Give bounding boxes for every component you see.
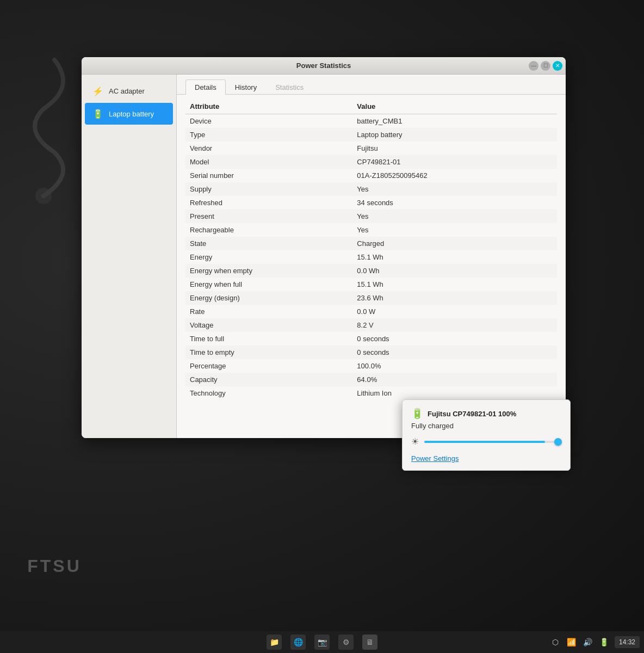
table-header-row: Attribute Value (185, 99, 557, 114)
table-row: Capacity64.0% (185, 373, 557, 386)
table-cell-value: 8.2 V (352, 318, 557, 332)
close-button[interactable]: ✕ (553, 61, 562, 71)
sidebar-item-ac-adapter[interactable]: ⚡ AC adapter (85, 80, 173, 102)
background-decoration (11, 54, 76, 207)
brightness-slider[interactable] (424, 441, 561, 443)
dock-icon-3[interactable]: 📷 (314, 634, 330, 650)
table-row: Percentage100.0% (185, 359, 557, 373)
table-cell-value: 0.0 Wh (352, 264, 557, 278)
table-row: Energy (design)23.6 Wh (185, 291, 557, 305)
dock-icon-1[interactable]: 📁 (267, 634, 282, 650)
dock-icons: 📁 🌐 📷 ⚙ 🖥 (267, 634, 377, 650)
details-table: Attribute Value Devicebattery_CMB1TypeLa… (185, 99, 557, 400)
table-cell-attribute: Model (185, 155, 352, 169)
table-row: Serial number01A-Z1805250095462 (185, 169, 557, 182)
battery-popup-icon: 🔋 (411, 408, 423, 420)
table-row: Devicebattery_CMB1 (185, 114, 557, 128)
col-header-value: Value (352, 99, 557, 114)
main-content: Details History Statistics Attribute Val… (177, 75, 566, 438)
table-cell-attribute: Present (185, 210, 352, 223)
sidebar: ⚡ AC adapter 🔋 Laptop battery (82, 75, 177, 438)
table-row: RechargeableYes (185, 223, 557, 237)
sidebar-item-ac-label: AC adapter (109, 87, 145, 95)
table-row: Energy15.1 Wh (185, 250, 557, 264)
table-cell-attribute: Refreshed (185, 196, 352, 210)
table-cell-value: 34 seconds (352, 196, 557, 210)
table-row: VendorFujitsu (185, 141, 557, 155)
table-cell-value: Fujitsu (352, 141, 557, 155)
table-row: TechnologyLithium Ion (185, 386, 557, 400)
laptop-battery-icon: 🔋 (91, 107, 104, 120)
tab-statistics[interactable]: Statistics (266, 79, 313, 95)
table-cell-value: 100.0% (352, 359, 557, 373)
table-cell-attribute: Energy (design) (185, 291, 352, 305)
table-cell-value: 0.0 W (352, 305, 557, 318)
table-cell-value: battery_CMB1 (352, 114, 557, 128)
table-cell-attribute: Percentage (185, 359, 352, 373)
maximize-button[interactable]: ☐ (541, 61, 550, 71)
details-container: Attribute Value Devicebattery_CMB1TypeLa… (177, 95, 566, 438)
table-cell-value: Yes (352, 210, 557, 223)
table-row: TypeLaptop battery (185, 128, 557, 141)
taskbar-clock: 14:32 (615, 636, 640, 648)
table-cell-attribute: Rechargeable (185, 223, 352, 237)
dock-icon-5[interactable]: 🖥 (362, 634, 377, 650)
table-cell-attribute: Energy when full (185, 278, 352, 291)
table-cell-value: 0 seconds (352, 332, 557, 346)
power-statistics-window: Power Statistics — ☐ ✕ ⚡ AC adapter 🔋 La… (82, 57, 566, 438)
brightness-row: ☀ (411, 436, 561, 447)
table-cell-attribute: State (185, 237, 352, 250)
taskbar-battery-icon[interactable]: 🔋 (598, 636, 610, 648)
dock-icon-2[interactable]: 🌐 (290, 634, 306, 650)
table-cell-attribute: Device (185, 114, 352, 128)
taskbar-volume-icon[interactable]: 🔊 (582, 636, 594, 648)
table-cell-attribute: Technology (185, 386, 352, 400)
logo-text: FTSU (27, 556, 82, 576)
table-row: ModelCP749821-01 (185, 155, 557, 169)
battery-popup-header: 🔋 Fujitsu CP749821-01 100% (411, 408, 561, 420)
table-cell-value: Laptop battery (352, 128, 557, 141)
taskbar-bluetooth-icon[interactable]: ⬡ (549, 636, 561, 648)
battery-popup-title: Fujitsu CP749821-01 100% (428, 410, 516, 418)
table-cell-attribute: Voltage (185, 318, 352, 332)
power-settings-link[interactable]: Power Settings (411, 454, 561, 463)
table-cell-attribute: Serial number (185, 169, 352, 182)
table-cell-value: Lithium Ion (352, 386, 557, 400)
details-table-body: Devicebattery_CMB1TypeLaptop batteryVend… (185, 114, 557, 401)
dock-icon-4[interactable]: ⚙ (338, 634, 354, 650)
table-cell-value: 15.1 Wh (352, 250, 557, 264)
ac-adapter-icon: ⚡ (91, 84, 104, 97)
tabs-bar: Details History Statistics (177, 75, 566, 95)
table-cell-value: 01A-Z1805250095462 (352, 169, 557, 182)
table-row: Rate0.0 W (185, 305, 557, 318)
minimize-button[interactable]: — (529, 61, 538, 71)
table-cell-value: Charged (352, 237, 557, 250)
table-cell-attribute: Vendor (185, 141, 352, 155)
sidebar-item-battery-label: Laptop battery (109, 110, 154, 118)
window-controls: — ☐ ✕ (529, 61, 562, 71)
window-body: ⚡ AC adapter 🔋 Laptop battery Details Hi… (82, 75, 566, 438)
table-row: PresentYes (185, 210, 557, 223)
table-cell-attribute: Supply (185, 182, 352, 196)
tab-history[interactable]: History (226, 79, 266, 95)
sidebar-item-laptop-battery[interactable]: 🔋 Laptop battery (85, 103, 173, 125)
window-title: Power Statistics (296, 61, 351, 70)
table-cell-value: 64.0% (352, 373, 557, 386)
taskbar: 📁 🌐 📷 ⚙ 🖥 ⬡ 📶 🔊 🔋 14:32 (0, 631, 644, 653)
table-cell-attribute: Rate (185, 305, 352, 318)
table-cell-value: 0 seconds (352, 346, 557, 359)
table-row: Energy when empty0.0 Wh (185, 264, 557, 278)
table-cell-value: Yes (352, 223, 557, 237)
table-row: Time to full0 seconds (185, 332, 557, 346)
table-cell-attribute: Capacity (185, 373, 352, 386)
brightness-fill (424, 441, 545, 443)
table-cell-value: Yes (352, 182, 557, 196)
window-titlebar: Power Statistics — ☐ ✕ (82, 57, 566, 75)
tab-details[interactable]: Details (185, 79, 226, 95)
col-header-attribute: Attribute (185, 99, 352, 114)
battery-popup-subtitle: Fully charged (411, 422, 561, 430)
brightness-thumb (554, 438, 562, 446)
taskbar-network-icon[interactable]: 📶 (566, 636, 578, 648)
table-row: StateCharged (185, 237, 557, 250)
table-row: Voltage8.2 V (185, 318, 557, 332)
